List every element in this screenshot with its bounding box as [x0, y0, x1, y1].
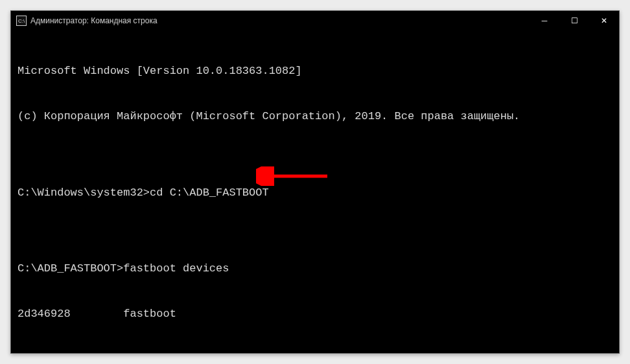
window-title: Администратор: Командная строка — [30, 16, 158, 25]
cmd-window: C:\ Администратор: Командная строка ─ ☐ … — [10, 10, 620, 354]
cmd-icon: C:\ — [16, 16, 27, 26]
annotation-arrow-icon — [256, 166, 334, 186]
prompt: C:\ADB_FASTBOOT> — [18, 262, 123, 275]
window-controls: ─ ☐ ✕ — [530, 11, 619, 30]
prompt: C:\Windows\system32> — [18, 187, 150, 199]
maximize-button[interactable]: ☐ — [559, 11, 589, 30]
command-text: fastboot devices — [123, 262, 229, 275]
command-text: cd C:\ADB_FASTBOOT — [150, 187, 269, 199]
close-button[interactable]: ✕ — [589, 11, 619, 30]
minimize-button[interactable]: ─ — [530, 11, 559, 30]
output-line: (c) Корпорация Майкрософт (Microsoft Cor… — [18, 109, 612, 124]
prompt-line: C:\Windows\system32>cd C:\ADB_FASTBOOT — [18, 185, 612, 200]
output-line: 2d346928 fastboot — [18, 306, 612, 321]
prompt-line: C:\ADB_FASTBOOT>fastboot devices — [18, 261, 612, 276]
output-line: Microsoft Windows [Version 10.0.18363.10… — [18, 63, 612, 78]
titlebar[interactable]: C:\ Администратор: Командная строка ─ ☐ … — [11, 11, 619, 30]
terminal-output[interactable]: Microsoft Windows [Version 10.0.18363.10… — [11, 30, 619, 353]
